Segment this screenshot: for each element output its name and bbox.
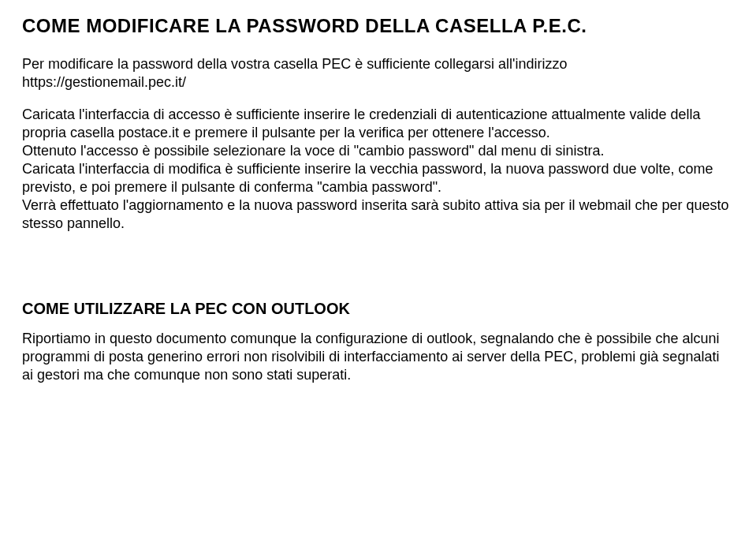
- paragraph-menu-selection: Ottenuto l'accesso è possibile seleziona…: [22, 142, 734, 160]
- heading-modify-password: COME MODIFICARE LA PASSWORD DELLA CASELL…: [22, 14, 734, 38]
- heading-pec-outlook: COME UTILIZZARE LA PEC CON OUTLOOK: [22, 299, 734, 319]
- paragraph-login-instructions: Caricata l'interfaccia di accesso è suff…: [22, 106, 734, 142]
- paragraph-intro-url: Per modificare la password della vostra …: [22, 55, 734, 92]
- paragraph-outlook-note: Riportiamo in questo documento comunque …: [22, 330, 734, 384]
- document-page: COME MODIFICARE LA PASSWORD DELLA CASELL…: [0, 0, 756, 384]
- section-spacer: [22, 247, 734, 299]
- paragraph-change-password: Caricata l'interfaccia di modifica è suf…: [22, 160, 734, 196]
- paragraph-confirmation: Verrà effettuato l'aggiornamento e la nu…: [22, 196, 734, 233]
